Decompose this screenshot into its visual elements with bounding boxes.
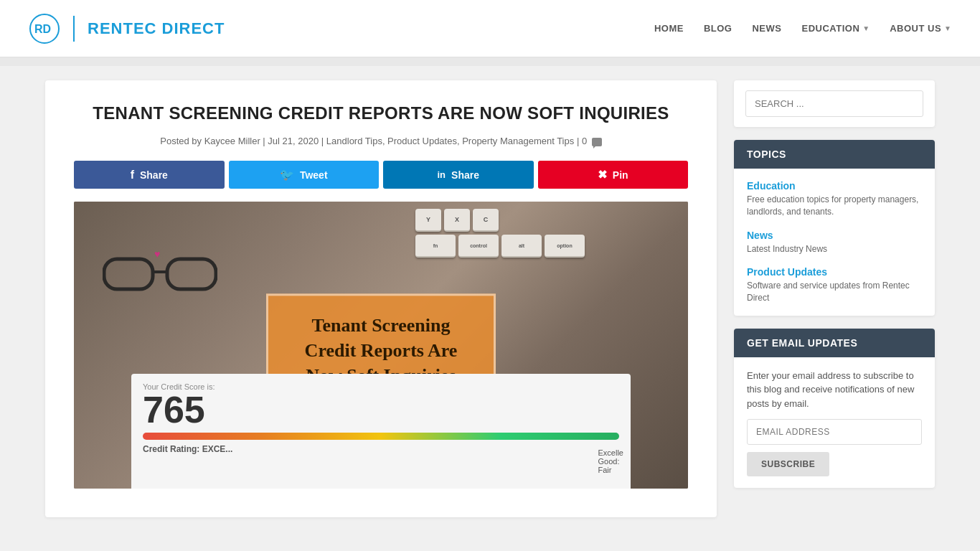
- site-header: RD RENTEC DIRECT HOME BLOG NEWS EDUCATIO…: [0, 0, 980, 57]
- credit-score-label: Your Credit Score is:: [143, 382, 619, 391]
- topic-news-link[interactable]: News: [747, 230, 922, 241]
- svg-text:♥: ♥: [154, 248, 160, 260]
- pinterest-icon: ✖: [598, 168, 607, 182]
- topics-widget: TOPICS Education Free education topics f…: [734, 140, 935, 316]
- pinterest-label: Pin: [613, 169, 628, 181]
- article-meta: Posted by Kaycee Miller | Jul 21, 2020 |…: [74, 136, 688, 146]
- email-address-input[interactable]: [747, 419, 922, 445]
- sub-header-strip: [0, 57, 980, 66]
- topic-product-updates: Product Updates Software and service upd…: [747, 266, 922, 304]
- key-alt: alt: [501, 235, 542, 258]
- twitter-label: Tweet: [300, 169, 328, 181]
- topics-body: Education Free education topics for prop…: [734, 169, 935, 316]
- topic-education-link[interactable]: Education: [747, 180, 922, 192]
- pinterest-share-button[interactable]: ✖ Pin: [538, 161, 689, 189]
- about-us-chevron-icon: ▼: [944, 24, 951, 32]
- email-updates-widget: GET EMAIL UPDATES Enter your email addre…: [734, 329, 935, 489]
- key-c: C: [473, 209, 499, 232]
- article-date: Jul 21, 2020: [268, 136, 319, 146]
- topic-education-desc: Free education topics for property manag…: [747, 194, 922, 218]
- facebook-share-button[interactable]: f Share: [74, 161, 225, 189]
- facebook-label: Share: [140, 169, 168, 181]
- topic-product-updates-desc: Software and service updates from Rentec…: [747, 280, 922, 304]
- comment-icon: [592, 138, 602, 146]
- facebook-icon: f: [131, 169, 134, 182]
- topic-product-updates-link[interactable]: Product Updates: [747, 266, 922, 278]
- twitter-share-button[interactable]: 🐦 Tweet: [229, 161, 380, 189]
- email-updates-body: Enter your email address to subscribe to…: [734, 357, 935, 489]
- nav-news[interactable]: NEWS: [752, 23, 781, 34]
- article-author[interactable]: Kaycee Miller: [204, 136, 260, 146]
- key-option: option: [545, 235, 585, 258]
- education-chevron-icon: ▼: [862, 24, 870, 32]
- topics-header: TOPICS: [734, 140, 935, 169]
- glasses-decoration: ♥: [103, 245, 217, 295]
- key-x: X: [444, 209, 470, 232]
- nav-home[interactable]: HOME: [654, 23, 684, 34]
- linkedin-label: Share: [451, 169, 479, 181]
- topic-news: News Latest Industry News: [747, 230, 922, 255]
- nav-education[interactable]: EDUCATION ▼: [801, 23, 870, 34]
- linkedin-icon: in: [438, 169, 446, 180]
- article-title: TENANT SCREENING CREDIT REPORTS ARE NOW …: [74, 102, 688, 124]
- rating-excellent: Excelle: [598, 448, 623, 457]
- comment-count: 0: [582, 136, 587, 146]
- nav-about-us[interactable]: ABOUT US ▼: [890, 23, 951, 34]
- meta-separator-2: |: [321, 136, 326, 146]
- credit-rating-label: Credit Rating: EXCE...: [143, 444, 619, 454]
- meta-separator-3: |: [577, 136, 582, 146]
- main-container: TENANT SCREENING CREDIT REPORTS ARE NOW …: [31, 80, 949, 517]
- svg-rect-3: [167, 259, 216, 289]
- logo-icon: RD: [29, 13, 60, 44]
- credit-ratings-list: Excelle Good: Fair: [598, 448, 623, 474]
- search-widget: [734, 80, 935, 127]
- sidebar: TOPICS Education Free education topics f…: [734, 80, 935, 517]
- twitter-icon: 🐦: [280, 168, 294, 182]
- rating-fair: Fair: [598, 466, 623, 474]
- rating-good: Good:: [598, 457, 623, 466]
- meta-prefix: Posted by: [160, 136, 202, 146]
- nav-blog[interactable]: BLOG: [704, 23, 732, 34]
- logo-text: RENTEC DIRECT: [88, 19, 225, 38]
- share-buttons-row: f Share 🐦 Tweet in Share ✖ Pin: [74, 161, 688, 189]
- credit-rating-bar: [143, 433, 619, 440]
- search-input[interactable]: [745, 90, 923, 117]
- linkedin-share-button[interactable]: in Share: [383, 161, 534, 189]
- svg-text:RD: RD: [34, 23, 51, 35]
- topic-education: Education Free education topics for prop…: [747, 180, 922, 218]
- logo[interactable]: RD RENTEC DIRECT: [29, 13, 225, 44]
- email-updates-desc: Enter your email address to subscribe to…: [747, 369, 922, 411]
- key-fn: fn: [415, 235, 456, 258]
- article-categories: Landlord Tips, Product Updates, Property…: [326, 136, 574, 146]
- subscribe-button[interactable]: SUBSCRIBE: [747, 452, 829, 476]
- main-nav: HOME BLOG NEWS EDUCATION ▼ ABOUT US ▼: [654, 23, 951, 34]
- credit-score-card: Your Credit Score is: 765 Credit Rating:…: [131, 374, 631, 489]
- key-y: Y: [415, 209, 441, 232]
- key-ctrl: control: [458, 235, 499, 258]
- email-updates-header: GET EMAIL UPDATES: [734, 329, 935, 357]
- featured-image: Y X C fn control alt option: [74, 202, 688, 489]
- svg-rect-2: [104, 259, 153, 289]
- image-background: Y X C fn control alt option: [74, 202, 688, 489]
- credit-score-number: 765: [143, 391, 619, 428]
- logo-divider: [73, 16, 75, 42]
- article-card: TENANT SCREENING CREDIT REPORTS ARE NOW …: [45, 80, 717, 517]
- topic-news-desc: Latest Industry News: [747, 243, 922, 255]
